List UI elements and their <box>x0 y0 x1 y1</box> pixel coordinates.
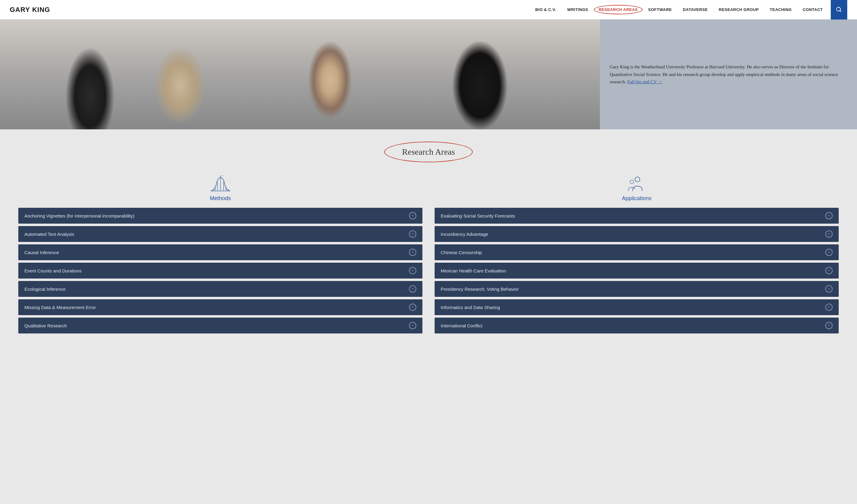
methods-item-label: Automated Text Analysis <box>24 232 74 237</box>
nav-item-teaching[interactable]: TEACHING <box>764 0 797 19</box>
methods-item[interactable]: Event Counts and Durations + <box>18 263 422 279</box>
hero-photo <box>0 19 600 129</box>
nav-link-research[interactable]: RESEARCH AREAS <box>594 5 643 14</box>
methods-item[interactable]: Missing Data & Measurement Error + <box>18 299 422 315</box>
methods-item[interactable]: Qualitative Research + <box>18 318 422 334</box>
applications-item[interactable]: Chinese Censorship + <box>435 245 839 260</box>
expand-icon: + <box>409 285 416 292</box>
bio-link[interactable]: Full bio and CV → <box>627 79 662 84</box>
applications-item[interactable]: International Conflict + <box>435 318 839 334</box>
methods-item-label: Anchoring Vignettes (for interpersonal i… <box>24 213 134 218</box>
expand-icon: + <box>825 212 833 219</box>
expand-icon: + <box>825 267 833 274</box>
nav-link-group[interactable]: RESEARCH GROUP <box>713 0 764 19</box>
applications-icon <box>626 173 648 193</box>
nav-links: BIO & C.V. WRITINGS RESEARCH AREAS SOFTW… <box>530 0 828 19</box>
expand-icon: + <box>409 249 416 256</box>
expand-icon: + <box>825 230 833 238</box>
research-section: Research Areas <box>0 129 857 352</box>
research-title-container: Research Areas <box>18 141 839 162</box>
applications-header: Applications <box>435 173 839 202</box>
applications-item[interactable]: Presidency Research; Voting Behavior + <box>435 281 839 297</box>
hero-bio: Gary King is the Weatherhead University … <box>600 19 857 129</box>
expand-icon: + <box>409 212 416 219</box>
expand-icon: + <box>825 322 833 329</box>
search-icon <box>836 6 842 13</box>
expand-icon: + <box>409 267 416 274</box>
nav-item-software[interactable]: SOFTWARE <box>643 0 677 19</box>
nav-link-bio[interactable]: BIO & C.V. <box>530 0 562 19</box>
search-button[interactable] <box>831 0 847 19</box>
expand-icon: + <box>825 304 833 311</box>
svg-point-12 <box>630 180 634 184</box>
applications-column: Evaluating Social Security Forecasts + I… <box>435 208 839 334</box>
nav-link-teaching[interactable]: TEACHING <box>764 0 797 19</box>
applications-item[interactable]: Incumbency Advantage + <box>435 226 839 242</box>
nav-link-writings[interactable]: WRITINGS <box>562 0 594 19</box>
methods-item-label: Event Counts and Durations <box>24 268 82 273</box>
expand-icon: + <box>825 285 833 292</box>
nav-item-writings[interactable]: WRITINGS <box>562 0 594 19</box>
methods-item[interactable]: Causal Inference + <box>18 245 422 260</box>
nav-link-software[interactable]: SOFTWARE <box>643 0 677 19</box>
expand-icon: + <box>409 304 416 311</box>
methods-column: Anchoring Vignettes (for interpersonal i… <box>18 208 422 334</box>
applications-item[interactable]: Evaluating Social Security Forecasts + <box>435 208 839 224</box>
nav-item-research[interactable]: RESEARCH AREAS <box>594 5 643 14</box>
nav-item-dataverse[interactable]: DATAVERSE <box>677 0 713 19</box>
methods-icon <box>209 173 232 193</box>
applications-item-label: International Conflict <box>441 323 483 328</box>
applications-item-label: Incumbency Advantage <box>441 232 488 237</box>
expand-icon: + <box>825 249 833 256</box>
nav-item-bio[interactable]: BIO & C.V. <box>530 0 562 19</box>
navigation: GARY KING BIO & C.V. WRITINGS RESEARCH A… <box>0 0 857 19</box>
applications-item[interactable]: Mexican Health Care Evaluation + <box>435 263 839 279</box>
methods-item-label: Missing Data & Measurement Error <box>24 305 96 310</box>
methods-item[interactable]: Automated Text Analysis + <box>18 226 422 242</box>
applications-item[interactable]: Informatics and Data Sharing + <box>435 299 839 315</box>
hero-image <box>0 19 600 129</box>
methods-item[interactable]: Anchoring Vignettes (for interpersonal i… <box>18 208 422 224</box>
hero-section: Gary King is the Weatherhead University … <box>0 19 857 129</box>
methods-item-label: Ecological Inference <box>24 286 66 292</box>
research-columns: Anchoring Vignettes (for interpersonal i… <box>18 208 839 334</box>
columns-header: Methods Applications <box>18 173 839 202</box>
methods-item-label: Causal Inference <box>24 250 59 255</box>
applications-item-label: Chinese Censorship <box>441 250 482 255</box>
methods-label: Methods <box>210 195 231 202</box>
nav-link-dataverse[interactable]: DATAVERSE <box>677 0 713 19</box>
applications-item-label: Evaluating Social Security Forecasts <box>441 213 515 218</box>
bio-text: Gary King is the Weatherhead University … <box>610 63 847 86</box>
nav-link-contact[interactable]: CONTACT <box>797 0 828 19</box>
methods-item[interactable]: Ecological Inference + <box>18 281 422 297</box>
svg-point-11 <box>635 177 640 182</box>
applications-item-label: Presidency Research; Voting Behavior <box>441 286 519 292</box>
site-logo[interactable]: GARY KING <box>10 6 50 14</box>
methods-item-label: Qualitative Research <box>24 323 67 328</box>
nav-item-contact[interactable]: CONTACT <box>797 0 828 19</box>
applications-item-label: Mexican Health Care Evaluation <box>441 268 506 273</box>
applications-label: Applications <box>622 195 652 202</box>
methods-header: Methods <box>18 173 422 202</box>
research-areas-title: Research Areas <box>384 141 472 162</box>
expand-icon: + <box>409 322 416 329</box>
applications-item-label: Informatics and Data Sharing <box>441 305 500 310</box>
expand-icon: + <box>409 230 416 238</box>
nav-item-group[interactable]: RESEARCH GROUP <box>713 0 764 19</box>
